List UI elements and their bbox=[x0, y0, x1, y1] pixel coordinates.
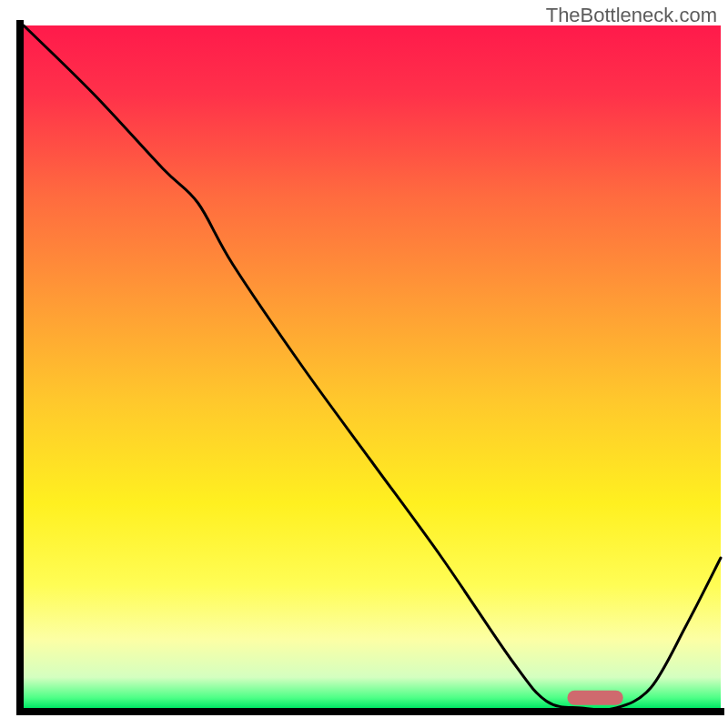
watermark-text: TheBottleneck.com bbox=[546, 4, 717, 27]
plot-background bbox=[24, 25, 721, 708]
chart-svg bbox=[0, 0, 728, 728]
chart-container: TheBottleneck.com bbox=[0, 0, 728, 728]
optimal-range-marker bbox=[567, 691, 622, 705]
